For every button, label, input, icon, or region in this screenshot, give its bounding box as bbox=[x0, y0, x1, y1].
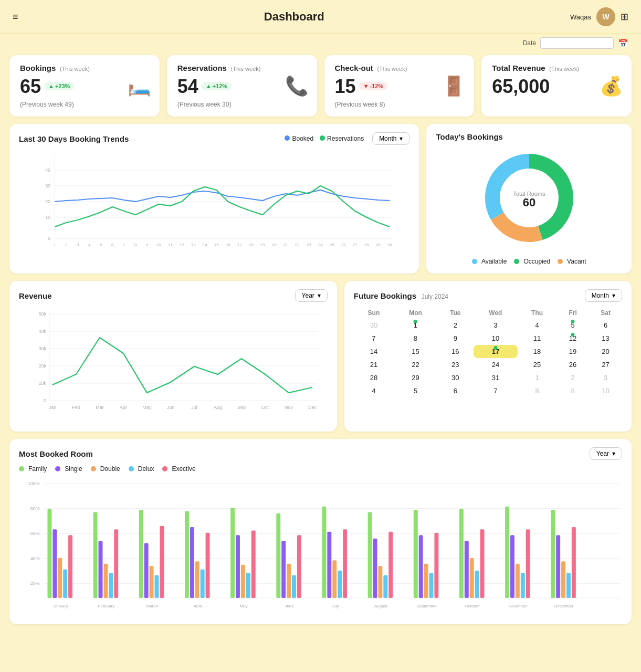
bar-segment bbox=[388, 532, 393, 598]
cal-day[interactable]: 10 bbox=[474, 332, 518, 345]
cal-day[interactable]: 7 bbox=[474, 384, 518, 397]
cal-day[interactable]: 15 bbox=[394, 345, 437, 358]
bar-segment bbox=[276, 513, 280, 598]
cal-day[interactable]: 8 bbox=[556, 384, 589, 397]
cal-day[interactable]: 11 bbox=[518, 332, 556, 345]
cal-day[interactable]: 13 bbox=[589, 332, 622, 345]
revenue-dropdown[interactable]: Year ▾ bbox=[295, 289, 328, 302]
cal-day[interactable]: 23 bbox=[437, 358, 474, 371]
cal-day[interactable]: 21 bbox=[354, 358, 394, 371]
bar-segment bbox=[58, 558, 62, 598]
cal-day[interactable]: 27 bbox=[589, 358, 622, 371]
legend-available: Available bbox=[472, 258, 507, 265]
svg-text:30: 30 bbox=[45, 183, 50, 188]
bar-segment bbox=[521, 573, 525, 598]
cal-day[interactable]: 16 bbox=[437, 345, 474, 358]
cal-day[interactable]: 1 bbox=[394, 319, 437, 332]
kpi-reservations: Reservations (This week) 54 ▲ +12% (Prev… bbox=[167, 55, 317, 117]
donut-svg: Total Rooms 60 bbox=[477, 145, 582, 250]
menu-icon[interactable]: ≡ bbox=[13, 12, 18, 23]
avatar[interactable]: W bbox=[596, 7, 615, 26]
cal-day[interactable]: 7 bbox=[354, 332, 394, 345]
username: Waqas bbox=[570, 13, 591, 21]
bar-segment bbox=[475, 571, 479, 598]
bar-segment bbox=[99, 541, 103, 598]
mid-row: Revenue Year ▾ 0 10k 20k 30k 40k bbox=[9, 281, 632, 432]
cal-day[interactable]: 12 bbox=[556, 332, 589, 345]
kpi-bookings-title: Bookings bbox=[20, 64, 56, 72]
cal-day[interactable]: 6 bbox=[437, 384, 474, 397]
cal-day[interactable]: 30 bbox=[354, 319, 394, 332]
kpi-reservations-icon: 📞 bbox=[285, 75, 309, 97]
most-booked-header: Most Booked Room Year ▾ bbox=[19, 447, 622, 460]
cal-day[interactable]: 9 bbox=[437, 332, 474, 345]
cal-day[interactable]: 10 bbox=[589, 384, 622, 397]
cal-day[interactable]: 28 bbox=[354, 371, 394, 384]
svg-text:Jan: Jan bbox=[49, 405, 57, 410]
cal-day[interactable]: 3 bbox=[474, 319, 518, 332]
svg-text:80%: 80% bbox=[30, 506, 40, 511]
svg-text:Nov: Nov bbox=[285, 405, 293, 410]
bar-segment bbox=[292, 575, 296, 598]
cal-day[interactable]: 2 bbox=[437, 319, 474, 332]
bar-legend: Family Single Double Delux Exective bbox=[19, 465, 622, 472]
cal-day[interactable]: 1 bbox=[518, 371, 556, 384]
kpi-reservations-title: Reservations bbox=[177, 64, 227, 72]
cal-day[interactable]: 19 bbox=[556, 345, 589, 358]
cal-header-wed: Wed bbox=[474, 307, 518, 319]
kpi-checkout-value: 15 bbox=[335, 76, 356, 98]
kpi-checkout: Check-out (This week) 15 ▼ -12% (Previou… bbox=[324, 55, 475, 117]
svg-text:January: January bbox=[53, 604, 68, 608]
cal-day[interactable]: 4 bbox=[518, 319, 556, 332]
cal-day[interactable]: 3 bbox=[589, 371, 622, 384]
bar-segment bbox=[109, 573, 113, 598]
future-bookings-dropdown[interactable]: Month ▾ bbox=[585, 289, 622, 302]
svg-text:March: March bbox=[146, 604, 158, 608]
cal-day[interactable]: 22 bbox=[394, 358, 437, 371]
cal-day[interactable]: 8 bbox=[394, 332, 437, 345]
booking-trends-dropdown[interactable]: Month ▾ bbox=[372, 132, 409, 145]
cal-day[interactable]: 31 bbox=[474, 371, 518, 384]
cal-header-sat: Sat bbox=[589, 307, 622, 319]
kpi-revenue-subtitle: (This week) bbox=[549, 66, 579, 72]
page-title: Dashboard bbox=[264, 10, 324, 24]
svg-text:12: 12 bbox=[180, 243, 184, 247]
svg-text:Mar: Mar bbox=[96, 405, 104, 410]
cal-day[interactable]: 20 bbox=[589, 345, 622, 358]
cal-day[interactable]: 2 bbox=[556, 371, 589, 384]
svg-text:December: December bbox=[554, 604, 574, 608]
cal-day[interactable]: 14 bbox=[354, 345, 394, 358]
bar-segment bbox=[190, 527, 194, 598]
bar-segment bbox=[424, 564, 428, 598]
legend-delux: Delux bbox=[129, 465, 154, 472]
most-booked-title: Most Booked Room bbox=[19, 449, 93, 458]
cal-day[interactable]: 29 bbox=[394, 371, 437, 384]
bar-segment bbox=[434, 533, 438, 598]
bar-segment bbox=[68, 535, 72, 598]
cal-day[interactable]: 25 bbox=[518, 358, 556, 371]
kpi-checkout-icon: 🚪 bbox=[442, 75, 466, 97]
svg-text:16: 16 bbox=[226, 243, 230, 247]
svg-text:July: July bbox=[331, 604, 339, 608]
svg-text:February: February bbox=[98, 604, 115, 608]
cal-day[interactable]: 24 bbox=[474, 358, 518, 371]
bar-segment bbox=[465, 541, 469, 598]
cal-day[interactable]: 5 bbox=[556, 319, 589, 332]
cal-day[interactable]: 6 bbox=[589, 319, 622, 332]
cal-day[interactable]: 17 bbox=[474, 345, 518, 358]
calendar-icon[interactable]: 📅 bbox=[618, 38, 628, 48]
bar-segment bbox=[287, 564, 291, 598]
svg-text:21: 21 bbox=[283, 243, 288, 247]
cal-day[interactable]: 18 bbox=[518, 345, 556, 358]
cal-day[interactable]: 5 bbox=[394, 384, 437, 397]
booking-trends-title: Last 30 Days Booking Trends bbox=[19, 134, 129, 143]
main-content: Bookings (This week) 65 ▲ +23% (Previous… bbox=[0, 50, 641, 629]
cal-day[interactable]: 4 bbox=[354, 384, 394, 397]
grid-icon[interactable]: ⊞ bbox=[621, 11, 628, 23]
most-booked-dropdown[interactable]: Year ▾ bbox=[590, 447, 622, 460]
bar-segment bbox=[52, 529, 57, 598]
cal-day[interactable]: 30 bbox=[437, 371, 474, 384]
date-input[interactable] bbox=[540, 37, 614, 49]
cal-day[interactable]: 8 bbox=[518, 384, 556, 397]
cal-day[interactable]: 26 bbox=[556, 358, 589, 371]
